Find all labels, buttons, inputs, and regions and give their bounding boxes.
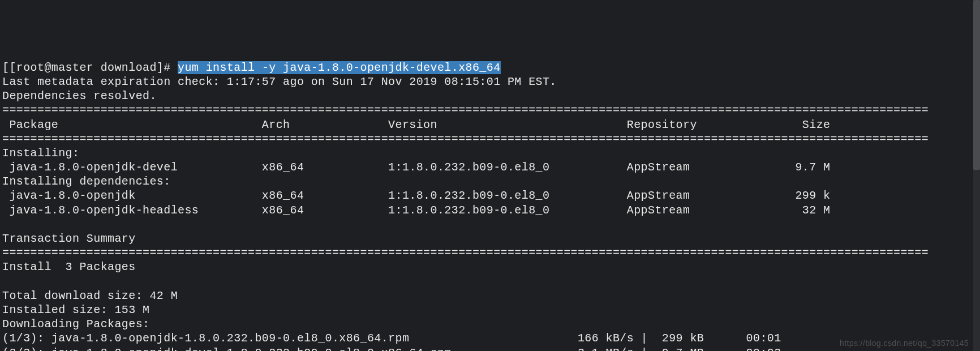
blank-line xyxy=(2,217,975,232)
package-row: java-1.8.0-openjdk-devel x86_64 1:1.8.0.… xyxy=(2,160,975,174)
shell-prompt: [[root@master download]# xyxy=(2,61,178,74)
scrollbar-track[interactable] xyxy=(973,0,980,351)
scrollbar-thumb[interactable] xyxy=(973,0,980,170)
package-row: java-1.8.0-openjdk-headless x86_64 1:1.8… xyxy=(2,203,975,217)
divider-line: ========================================… xyxy=(2,103,975,117)
transaction-summary: Transaction Summary xyxy=(2,232,975,246)
divider-line: ========================================… xyxy=(2,132,975,146)
command-text: yum install -y java-1.8.0-openjdk-devel.… xyxy=(178,61,501,74)
section-installing: Installing: xyxy=(2,146,975,160)
download-row: (1/3): java-1.8.0-openjdk-1.8.0.232.b09-… xyxy=(2,331,975,345)
watermark-text: https://blog.csdn.net/qq_33570145 xyxy=(840,339,969,349)
total-download-size: Total download size: 42 M xyxy=(2,289,975,303)
install-count: Install 3 Packages xyxy=(2,260,975,274)
divider-line: ========================================… xyxy=(2,246,975,260)
blank-line xyxy=(2,275,975,289)
metadata-line: Last metadata expiration check: 1:17:57 … xyxy=(2,75,975,89)
terminal-output[interactable]: [[root@master download]# yum install -y … xyxy=(2,61,975,351)
download-row: (2/3): java-1.8.0-openjdk-devel-1.8.0.23… xyxy=(2,346,975,352)
downloading-packages: Downloading Packages: xyxy=(2,317,975,331)
deps-resolved-line: Dependencies resolved. xyxy=(2,89,975,103)
installed-size: Installed size: 153 M xyxy=(2,303,975,317)
section-installing-deps: Installing dependencies: xyxy=(2,174,975,189)
table-header: Package Arch Version Repository Size xyxy=(2,118,975,132)
package-row: java-1.8.0-openjdk x86_64 1:1.8.0.232.b0… xyxy=(2,189,975,203)
